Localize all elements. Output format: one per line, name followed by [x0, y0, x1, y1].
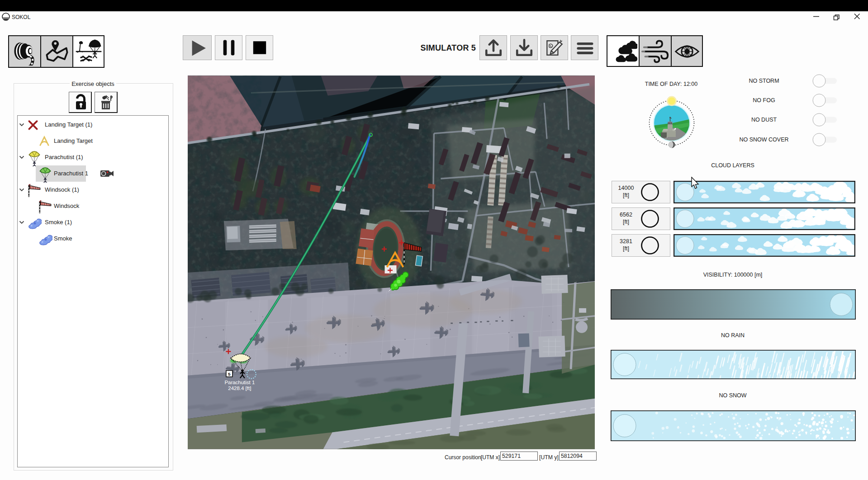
svg-text:Parachutist 1: Parachutist 1 — [224, 380, 255, 385]
svg-text:5: 5 — [228, 372, 231, 376]
svg-text:2428.4 [ft]: 2428.4 [ft] — [228, 386, 251, 391]
